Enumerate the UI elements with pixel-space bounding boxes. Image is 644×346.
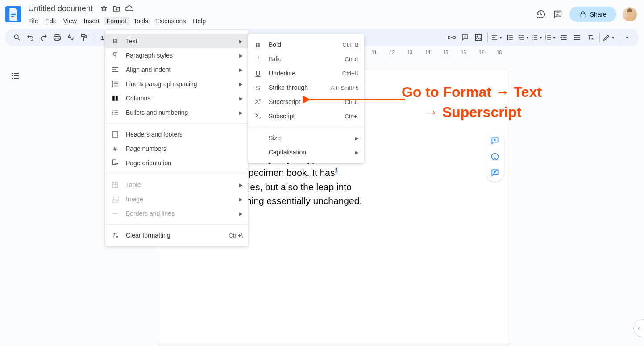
menu-file[interactable]: File <box>25 17 42 25</box>
edit-mode-dropdown[interactable]: ▼ <box>602 31 615 44</box>
svg-point-8 <box>532 37 533 38</box>
annotation-text: Go to Format → Text → Superscript <box>402 82 542 122</box>
emoji-reaction-icon[interactable] <box>490 152 499 161</box>
star-icon[interactable] <box>100 4 108 13</box>
menu-item-paragraph-styles[interactable]: Paragraph styles▶ <box>105 48 248 63</box>
print-icon[interactable] <box>51 31 63 44</box>
format-menu-dropdown: BText▶Paragraph styles▶Align and indent▶… <box>105 30 248 246</box>
svg-point-4 <box>14 35 18 39</box>
bulleted-list-dropdown[interactable]: ▼ <box>531 31 543 44</box>
menu-item-headers-and-footers[interactable]: Headers and footers <box>105 127 248 142</box>
numbered-list-dropdown[interactable]: 123▼ <box>544 31 557 44</box>
menu-item-subscript[interactable]: X2SubscriptCtrl+, <box>248 109 364 123</box>
menu-item-underline[interactable]: UUnderlineCtrl+U <box>248 66 364 80</box>
menu-item-line-paragraph-spacing[interactable]: Line & paragraph spacing▶ <box>105 77 248 91</box>
paint-format-icon[interactable] <box>78 31 90 44</box>
svg-point-6 <box>477 36 478 37</box>
collapse-toolbar-icon[interactable] <box>621 31 633 44</box>
svg-point-7 <box>532 35 533 36</box>
menu-item-strike-through[interactable]: SStrike-throughAlt+Shift+5 <box>248 80 364 95</box>
svg-rect-2 <box>11 16 14 17</box>
menu-tools[interactable]: Tools <box>130 17 151 25</box>
svg-point-15 <box>496 156 497 157</box>
menu-item-bold[interactable]: BBoldCtrl+B <box>248 38 364 52</box>
move-folder-icon[interactable] <box>112 4 121 13</box>
align-dropdown[interactable]: ▼ <box>490 31 503 44</box>
indent-decrease-icon[interactable] <box>557 31 570 44</box>
svg-point-9 <box>532 39 533 40</box>
svg-rect-1 <box>11 14 16 15</box>
menu-item-bullets-and-numbering[interactable]: Bullets and numbering▶ <box>105 105 248 120</box>
add-comment-icon[interactable] <box>459 31 471 44</box>
menu-format[interactable]: Format <box>104 17 129 25</box>
clear-format-icon[interactable] <box>584 31 597 44</box>
history-icon[interactable] <box>536 9 546 20</box>
menubar: File Edit View Insert Format Tools Exten… <box>25 16 532 26</box>
menu-item-page-numbers[interactable]: #Page numbers <box>105 142 248 156</box>
insert-link-icon[interactable] <box>445 31 458 44</box>
insert-image-icon[interactable] <box>472 31 485 44</box>
spellcheck-icon[interactable] <box>64 31 77 44</box>
floating-comment-toolbar <box>486 132 504 182</box>
svg-point-16 <box>112 110 113 111</box>
docs-file-icon <box>8 8 18 21</box>
menu-item-table: Table▶ <box>105 178 248 192</box>
menu-insert[interactable]: Insert <box>81 17 103 25</box>
menu-item-page-orientation[interactable]: Page orientation <box>105 156 248 170</box>
menu-edit[interactable]: Edit <box>42 17 59 25</box>
share-label: Share <box>590 11 607 18</box>
document-title[interactable]: Untitled document <box>25 4 96 13</box>
menu-item-columns[interactable]: Columns▶ <box>105 91 248 105</box>
share-button[interactable]: Share <box>569 7 616 22</box>
line-spacing-dropdown[interactable] <box>504 31 516 44</box>
menu-item-text[interactable]: BText▶ <box>105 34 248 48</box>
menu-item-size[interactable]: Size▶ <box>248 131 364 145</box>
docs-logo[interactable] <box>5 6 21 22</box>
menu-item-align-and-indent[interactable]: Align and indent▶ <box>105 63 248 77</box>
svg-point-18 <box>112 114 113 115</box>
menu-view[interactable]: View <box>60 17 80 25</box>
svg-text:3: 3 <box>545 38 546 41</box>
svg-rect-0 <box>11 13 16 14</box>
search-icon[interactable] <box>11 31 23 44</box>
vertical-ruler[interactable] <box>0 57 7 346</box>
menu-item-borders-and-lines: Borders and lines▶ <box>105 206 248 221</box>
suggest-edit-icon[interactable] <box>490 168 499 177</box>
annotation-arrow <box>303 96 410 109</box>
checklist-dropdown[interactable]: ▼ <box>517 31 530 44</box>
menu-item-image: Image▶ <box>105 192 248 206</box>
cloud-status-icon[interactable] <box>125 4 133 13</box>
svg-point-23 <box>113 197 115 199</box>
comments-icon[interactable] <box>553 9 563 20</box>
menu-help[interactable]: Help <box>190 17 209 25</box>
menu-item-capitalisation[interactable]: Capitalisation▶ <box>248 145 364 159</box>
svg-rect-22 <box>112 196 118 202</box>
svg-rect-5 <box>475 34 482 41</box>
redo-icon[interactable] <box>37 31 50 44</box>
add-comment-float-icon[interactable] <box>490 136 499 145</box>
svg-point-13 <box>492 154 499 160</box>
menu-item-italic[interactable]: IItalicCtrl+I <box>248 52 364 66</box>
indent-increase-icon[interactable] <box>571 31 583 44</box>
outline-toggle-icon[interactable] <box>10 71 21 81</box>
user-avatar[interactable] <box>623 7 637 21</box>
svg-point-14 <box>494 156 494 157</box>
undo-icon[interactable] <box>24 31 37 44</box>
lock-icon <box>579 11 586 18</box>
svg-point-17 <box>112 112 113 113</box>
menu-item-clear-formatting[interactable]: Clear formattingCtrl+\ <box>105 228 248 242</box>
menu-extensions[interactable]: Extensions <box>152 17 189 25</box>
svg-rect-19 <box>112 132 118 137</box>
